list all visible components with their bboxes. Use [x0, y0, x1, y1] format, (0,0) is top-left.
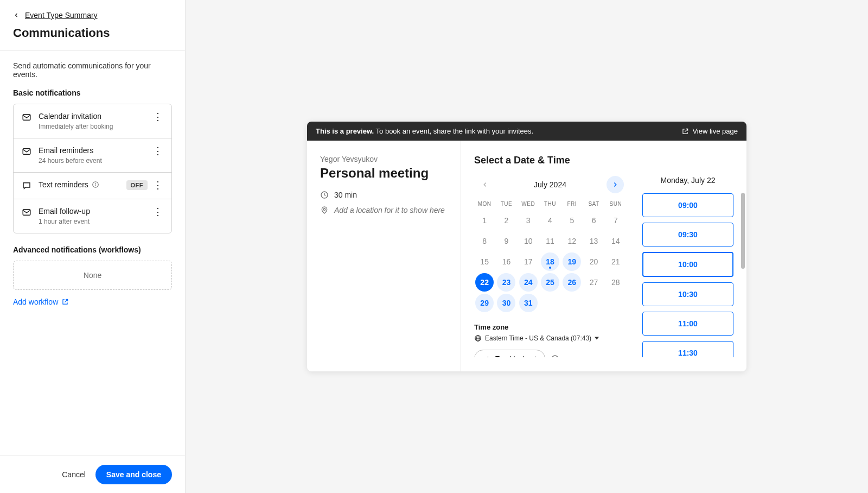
notification-email-followup[interactable]: Email follow-up 1 hour after event ⋮: [14, 199, 171, 233]
dow-cell: MON: [474, 201, 495, 207]
off-badge: OFF: [126, 180, 148, 190]
calendar-day[interactable]: 25: [541, 273, 559, 292]
add-workflow-label: Add workflow: [13, 298, 58, 306]
time-slot[interactable]: 10:30: [642, 282, 733, 306]
view-live-page-link[interactable]: View live page: [681, 127, 738, 135]
prev-month-button[interactable]: [476, 176, 494, 193]
location-placeholder: Add a location for it to show here: [334, 206, 445, 214]
calendar-day: 4: [541, 211, 559, 230]
preview-banner-text: To book an event, share the link with yo…: [374, 127, 533, 135]
troubleshoot-button[interactable]: Troubleshoot: [474, 350, 545, 357]
calendar-day[interactable]: 26: [563, 273, 581, 292]
wrench-icon: [483, 355, 491, 358]
duration-meta: 30 min: [320, 191, 448, 199]
time-slots-column: Monday, July 22 09:0009:3010:0010:3011:0…: [642, 176, 733, 357]
svg-point-13: [555, 357, 556, 358]
schedule-title: Select a Date & Time: [474, 155, 733, 166]
troubleshoot-row: Troubleshoot: [474, 350, 626, 357]
save-button[interactable]: Save and close: [95, 465, 172, 484]
sidebar-header: Event Type Summary Communications: [0, 0, 185, 50]
preview-area: This is a preview. To book an event, sha…: [186, 0, 868, 493]
calendar-day[interactable]: 19: [563, 252, 581, 271]
add-workflow-link[interactable]: Add workflow: [13, 298, 172, 306]
location-meta[interactable]: Add a location for it to show here: [320, 206, 448, 214]
notification-title: Calendar invitation: [39, 112, 151, 121]
workflows-empty: None: [13, 261, 172, 290]
calendar-day: 12: [563, 232, 581, 250]
preview-banner-bold: This is a preview.: [316, 127, 374, 135]
preview-card: This is a preview. To book an event, sha…: [307, 122, 746, 371]
calendar-day[interactable]: 31: [519, 294, 538, 312]
calendar-day: 14: [607, 232, 625, 250]
time-slot-list: 09:0009:3010:0010:3011:0011:3012:00: [642, 193, 733, 357]
location-pin-icon: [320, 206, 329, 214]
info-icon[interactable]: [92, 181, 99, 188]
calendar-day: 20: [585, 252, 603, 271]
next-month-button[interactable]: [607, 176, 624, 193]
more-menu-button[interactable]: ⋮: [151, 146, 165, 156]
notification-title: Email follow-up: [39, 207, 151, 216]
more-menu-button[interactable]: ⋮: [151, 180, 165, 190]
duration-value: 30 min: [334, 191, 357, 199]
caret-down-icon: [595, 336, 599, 340]
page-title: Communications: [13, 26, 172, 40]
calendar-day: 7: [607, 211, 625, 230]
dow-cell: SUN: [605, 201, 626, 207]
calendar-day[interactable]: 23: [497, 273, 515, 292]
info-icon[interactable]: [551, 355, 559, 358]
sidebar-body: Send automatic communications for your e…: [0, 50, 185, 456]
calendar-day[interactable]: 18: [541, 252, 559, 271]
event-info-panel: Yegor Yevsyukov Personal meeting 30 min …: [307, 141, 461, 371]
time-slot[interactable]: 09:30: [642, 223, 733, 246]
sidebar-footer: Cancel Save and close: [0, 456, 185, 493]
troubleshoot-label: Troubleshoot: [495, 355, 536, 357]
basic-notifications-title: Basic notifications: [13, 89, 172, 97]
envelope-icon: [20, 147, 33, 156]
calendar-day: 27: [585, 273, 603, 292]
calendar-day[interactable]: 24: [519, 273, 538, 292]
timezone-block: Time zone Eastern Time - US & Canada (07…: [474, 323, 626, 342]
time-slot[interactable]: 10:00: [642, 252, 733, 277]
more-menu-button[interactable]: ⋮: [151, 207, 165, 217]
dow-cell: TUE: [496, 201, 516, 207]
external-link-icon: [61, 298, 69, 306]
notification-title: Email reminders: [39, 146, 151, 155]
calendar-day: 9: [497, 232, 515, 250]
calendar-day: 11: [541, 232, 559, 250]
calendar-day: 21: [607, 252, 625, 271]
notification-subtitle: 1 hour after event: [39, 218, 151, 225]
time-slot[interactable]: 09:00: [642, 193, 733, 217]
calendar-day: 6: [585, 211, 603, 230]
days-grid: 1234567891011121314151617181920212223242…: [474, 210, 626, 313]
time-slot[interactable]: 11:00: [642, 312, 733, 336]
svg-point-7: [323, 208, 325, 210]
calendar-day: 28: [607, 273, 625, 292]
cancel-button[interactable]: Cancel: [62, 470, 86, 479]
notification-title: Text reminders: [39, 180, 88, 189]
preview-body: Yegor Yevsyukov Personal meeting 30 min …: [307, 141, 746, 371]
back-link[interactable]: Event Type Summary: [13, 11, 172, 20]
notification-text-reminders[interactable]: Text reminders OFF ⋮: [14, 173, 171, 199]
chat-icon: [20, 181, 33, 191]
more-menu-button[interactable]: ⋮: [151, 112, 165, 122]
calendar-day[interactable]: 29: [475, 294, 494, 312]
host-name: Yegor Yevsyukov: [320, 155, 448, 163]
notification-email-reminders[interactable]: Email reminders 24 hours before event ⋮: [14, 138, 171, 173]
calendar-day[interactable]: 30: [497, 294, 515, 312]
time-slot[interactable]: 11:30: [642, 341, 733, 357]
dow-cell: WED: [518, 201, 539, 207]
envelope-icon: [20, 207, 33, 217]
scrollbar[interactable]: [741, 193, 745, 269]
month-label: July 2024: [534, 180, 566, 189]
svg-point-4: [95, 183, 96, 184]
calendar-day: 16: [497, 252, 515, 271]
chevron-left-icon: [481, 181, 489, 188]
advanced-notifications-title: Advanced notifications (workflows): [13, 245, 172, 254]
event-title: Personal meeting: [320, 166, 448, 181]
timezone-selector[interactable]: Eastern Time - US & Canada (07:43): [474, 334, 626, 342]
globe-icon: [474, 334, 482, 342]
settings-sidebar: Event Type Summary Communications Send a…: [0, 0, 186, 493]
calendar-day[interactable]: 22: [475, 273, 494, 292]
calendar-day: 2: [497, 211, 515, 230]
notification-calendar-invitation[interactable]: Calendar invitation Immediately after bo…: [14, 104, 171, 138]
